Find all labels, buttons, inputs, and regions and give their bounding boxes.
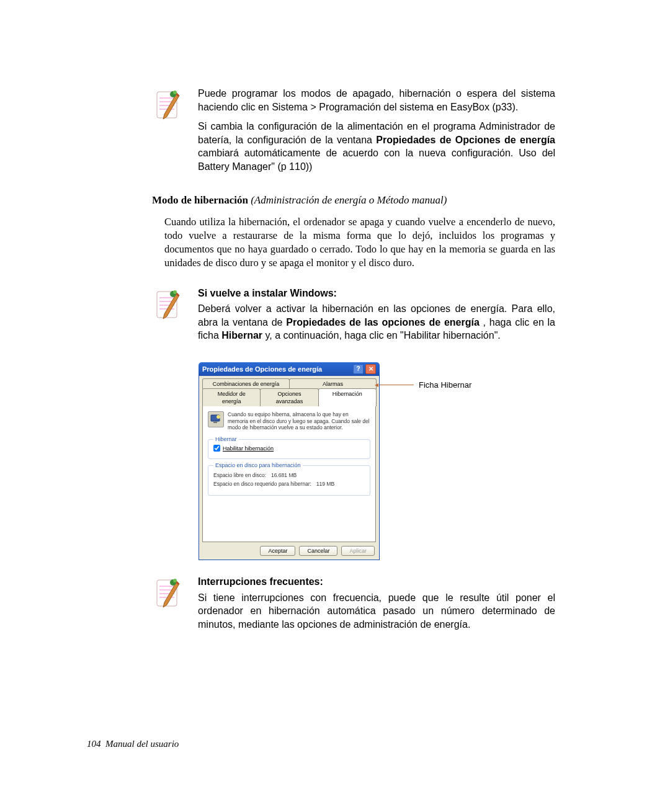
help-icon[interactable]: ? <box>353 364 364 374</box>
svg-rect-19 <box>213 422 217 423</box>
section-body: Cuando utiliza la hibernación, el ordena… <box>164 215 555 270</box>
note-block-1: Puede programar los modos de apagado, hi… <box>152 87 555 174</box>
tab-combinaciones[interactable]: Combinaciones de energía <box>202 378 290 389</box>
svg-point-8 <box>173 91 177 94</box>
note-3-body: Si tiene interrupciones con frecuencia, … <box>198 591 555 631</box>
page-footer: 104 Manual del usuario <box>87 738 179 750</box>
enable-hibernation-checkbox[interactable]: Habilitar hibernación <box>213 445 365 452</box>
svg-point-20 <box>217 415 220 419</box>
tab-hibernacion[interactable]: Hibernación <box>318 388 377 406</box>
tab-alarmas[interactable]: Alarmas <box>289 378 377 389</box>
section-heading-hibernacion: Modo de hibernación (Administración de e… <box>152 194 555 208</box>
ok-button[interactable]: Aceptar <box>260 546 295 556</box>
disk-free-row: Espacio libre en disco: 16.681 MB <box>213 472 365 479</box>
note-3-text: Interrupciones frecuentes: Si tiene inte… <box>198 575 555 631</box>
note-block-3: Interrupciones frecuentes: Si tiene inte… <box>152 575 555 631</box>
note-2-heading: Si vuelve a instalar Windows: <box>198 287 555 300</box>
fieldset-hibernar: Hibernar Habilitar hibernación <box>208 439 370 459</box>
power-options-dialog: Propiedades de Opciones de energía ? ✕ C… <box>199 362 380 560</box>
notebook-pencil-icon <box>154 578 182 610</box>
dialog-title: Propiedades de Opciones de energía <box>202 365 322 374</box>
page: Puede programar los modos de apagado, hi… <box>0 0 670 812</box>
note-3-heading: Interrupciones frecuentes: <box>198 575 555 589</box>
fieldset-hibernar-legend: Hibernar <box>213 435 239 443</box>
notebook-pencil-icon <box>154 289 182 321</box>
note-1-paragraph-1: Puede programar los modos de apagado, hi… <box>198 87 555 114</box>
close-icon[interactable]: ✕ <box>365 364 376 374</box>
ficha-hibernar-callout: Ficha Hibernar <box>380 380 471 391</box>
callout-label: Ficha Hibernar <box>419 380 471 391</box>
notebook-pencil-icon <box>154 89 182 122</box>
svg-point-17 <box>173 290 177 294</box>
cancel-button[interactable]: Cancelar <box>299 546 337 556</box>
callout-arrow-icon <box>375 383 378 387</box>
monitor-moon-icon <box>208 411 224 427</box>
dialog-tabs: Combinaciones de energía Alarmas Medidor… <box>202 378 376 406</box>
apply-button[interactable]: Aplicar <box>341 546 375 556</box>
dialog-button-row: Aceptar Cancelar Aplicar <box>202 542 376 556</box>
note-2-text: Si vuelve a instalar Windows: Deberá vol… <box>198 287 555 342</box>
svg-point-29 <box>173 579 177 582</box>
hibernation-description: Cuando su equipo hiberna, almacena lo qu… <box>228 411 370 431</box>
page-number: 104 <box>87 739 101 749</box>
footer-label: Manual del usuario <box>105 739 179 749</box>
fieldset-espacio-disco: Espacio en disco para hibernación Espaci… <box>208 465 370 496</box>
note-1-text: Puede programar los modos de apagado, hi… <box>198 87 555 174</box>
note-icon <box>152 87 184 174</box>
callout-line <box>380 385 414 385</box>
tab-opciones-avanzadas[interactable]: Opciones avanzadas <box>260 388 318 406</box>
dialog-body: Combinaciones de energía Alarmas Medidor… <box>199 376 380 560</box>
hibernation-description-row: Cuando su equipo hiberna, almacena lo qu… <box>208 411 370 431</box>
note-block-2: Si vuelve a instalar Windows: Deberá vol… <box>152 287 555 342</box>
note-icon <box>152 575 184 631</box>
enable-hibernation-input[interactable] <box>213 445 220 452</box>
disk-required-row: Espacio en disco requerido para hibernar… <box>213 481 365 488</box>
note-1-paragraph-2: Si cambia la configuración de la aliment… <box>198 120 555 173</box>
tab-medidor[interactable]: Medidor de energía <box>202 388 261 406</box>
dialog-illustration-row: Propiedades de Opciones de energía ? ✕ C… <box>199 362 555 560</box>
dialog-titlebar: Propiedades de Opciones de energía ? ✕ <box>199 362 380 376</box>
dialog-panel: Cuando su equipo hiberna, almacena lo qu… <box>202 406 376 542</box>
note-icon <box>152 287 184 342</box>
fieldset-espacio-legend: Espacio en disco para hibernación <box>213 462 303 469</box>
note-2-body: Deberá volver a activar la hibernación e… <box>198 302 555 342</box>
